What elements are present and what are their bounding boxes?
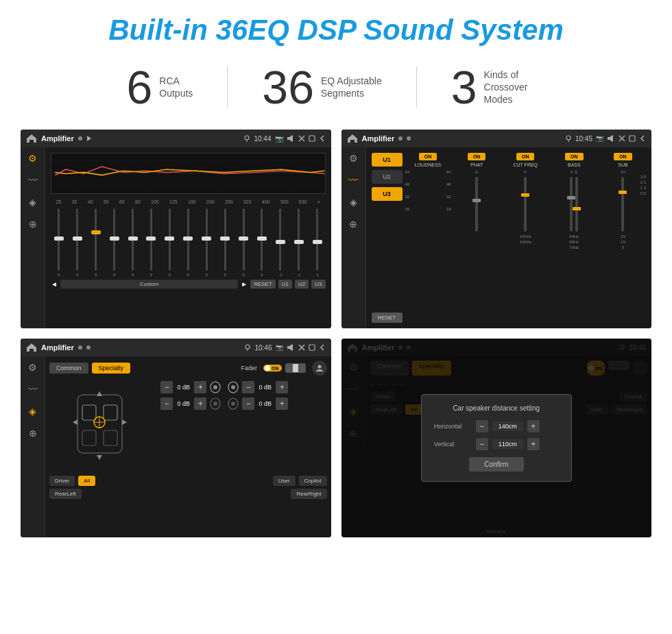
horizontal-minus[interactable]: − [476,420,488,432]
crossover-reset-btn[interactable]: RESET [372,313,403,323]
screenshot-fader: Amplifier 10:46 📷 ⚙ 〰 [21,339,331,537]
status-title-1: Amplifier [41,134,74,143]
status-title-3: Amplifier [41,343,74,352]
horizontal-plus[interactable]: + [527,420,540,432]
svg-marker-38 [97,455,102,460]
rl-minus[interactable]: − [160,398,173,410]
fr-minus[interactable]: − [242,381,254,393]
copilot-btn[interactable]: Copilot [299,476,327,486]
rl-plus[interactable]: + [194,398,206,410]
bottom-buttons: Driver All User Copilot [49,476,327,486]
u1-button[interactable]: U1 [372,153,403,167]
fl-plus[interactable]: + [194,381,206,393]
u2-button[interactable]: U2 [372,170,403,184]
vol-sidebar-icon[interactable]: ◈ [29,197,36,208]
common-btn[interactable]: Common [49,363,88,374]
user-btn[interactable]: User [273,476,296,486]
eq-u1-btn[interactable]: U1 [278,280,292,289]
fl-minus[interactable]: − [160,381,173,393]
stat-rca-label: RCAOutputs [159,75,193,99]
eq-prev-btn[interactable]: ◄ [51,280,58,288]
svg-rect-14 [608,137,610,140]
all-btn[interactable]: All [78,476,95,486]
settings-circle-btn[interactable] [312,361,327,376]
stat-eq-label: EQ AdjustableSegments [321,75,382,99]
svg-rect-32 [82,430,96,446]
back-icon [319,135,326,142]
fader-slider-mini[interactable] [285,363,306,373]
phat-on-btn[interactable]: ON [468,153,486,160]
svg-point-46 [231,402,235,406]
eq-custom-label[interactable]: Custom [60,280,238,289]
screenshot-crossover: Amplifier 10:45 📷 ⚙ 〰 [341,130,652,328]
svg-point-26 [317,365,321,369]
bass-label: BASS [568,162,581,167]
svg-point-28 [213,385,217,389]
eq-next-btn[interactable]: ► [241,280,248,288]
fr-speaker-icon [226,381,240,393]
vol-sidebar-icon-3[interactable]: ◈ [29,406,36,417]
rr-value: 0 dB [256,400,274,407]
rr-minus[interactable]: − [242,398,254,410]
loudness-labels: 64 64 [405,170,451,174]
screen-sidebar-2: ⚙ 〰 ◈ ⊕ [341,147,366,328]
bass-on-btn[interactable]: ON [565,153,584,160]
loudness-labels4: 16 16 [405,207,451,211]
eq-slider-12: 0 [254,208,270,277]
wave-sidebar-icon-2[interactable]: 〰 [348,175,358,186]
fl-speaker-icon [208,381,222,393]
channel-bass: ON BASS FG [551,153,597,323]
eq-sidebar-icon-3[interactable]: ⚙ [28,362,37,373]
vertical-value: 110cm [492,439,523,449]
eq-u3-btn[interactable]: U3 [311,280,325,289]
channel-loudness: ON LOUDNESS 64 64 48 [405,153,451,323]
svg-rect-18 [629,136,635,141]
speaker-icon-3 [287,344,295,351]
vol-sidebar-icon-2[interactable]: ◈ [350,197,357,208]
eq-slider-8: 0 [180,208,196,277]
wave-sidebar-icon-3[interactable]: 〰 [28,384,38,395]
crossover-left: U1 U2 U3 RESET [372,153,403,323]
vertical-minus[interactable]: − [476,438,488,450]
fader-toggle[interactable]: ON [263,365,282,371]
loudness-labels3: 32 32 [405,195,451,199]
rr-plus[interactable]: + [276,398,288,410]
dialog-title: Car speaker distance setting [434,404,559,412]
eq-u2-btn[interactable]: U2 [295,280,309,289]
screenshot-distance: Amplifier 10:46 ⚙ 〰 ◈ ⊕ [341,339,652,537]
loudness-labels2: 48 48 [405,182,451,186]
crossover-channels: ON LOUDNESS 64 64 48 [405,153,647,323]
cutfreq-on-btn[interactable]: ON [516,153,535,160]
fl-value: 0 dB [175,384,192,391]
u3-button[interactable]: U3 [372,187,403,201]
balance-sidebar-icon[interactable]: ⊕ [29,219,37,230]
balance-sidebar-icon-3[interactable]: ⊕ [29,428,37,439]
speaker-grid: − 0 dB + [49,381,327,470]
specialty-btn[interactable]: Specialty [92,363,131,374]
balance-sidebar-icon-2[interactable]: ⊕ [349,219,357,230]
sub-on-btn[interactable]: ON [614,153,632,160]
toggle-circle [265,365,270,371]
wave-sidebar-icon[interactable]: 〰 [28,175,38,186]
loudness-on-btn[interactable]: ON [419,153,437,160]
vertical-plus[interactable]: + [527,438,540,450]
fr-plus[interactable]: + [276,381,288,393]
rearleft-btn[interactable]: RearLeft [49,489,82,499]
screen-icon-2 [629,135,636,142]
svg-point-19 [245,345,250,349]
camera-icon: 📷 [275,135,283,143]
confirm-button[interactable]: Confirm [469,457,524,472]
fader-top-btns: Common Specialty Fader ON [49,361,327,376]
horizontal-label: Horizontal [434,423,472,430]
eq-slider-7: 0 [161,208,178,277]
eq-reset-btn[interactable]: RESET [250,280,276,289]
eq-slider-15: -1 [309,208,326,277]
eq-sidebar-icon[interactable]: ⚙ [28,153,37,164]
status-time-1: 10:44 [254,135,271,143]
status-bar-2: Amplifier 10:45 📷 [341,130,652,147]
eq-slider-11: 0 [235,208,252,277]
eq-sidebar-icon-2[interactable]: ⚙ [349,153,358,164]
status-bar-1: Amplifier 10:44 📷 [21,130,331,147]
driver-btn[interactable]: Driver [49,476,75,486]
rearright-btn[interactable]: RearRight [291,489,326,499]
